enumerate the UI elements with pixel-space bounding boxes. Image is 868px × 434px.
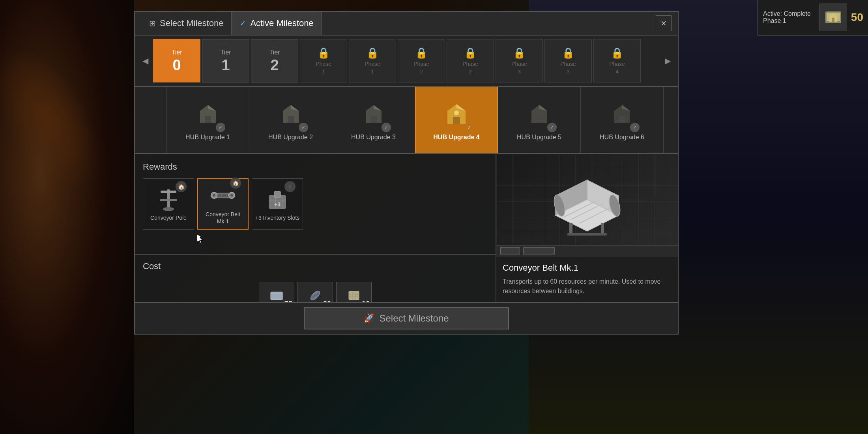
preview-btn-1[interactable] — [500, 247, 520, 254]
active-milestone-label: Active Milestone — [250, 18, 313, 28]
preview-title: Conveyor Belt Mk.1 — [503, 263, 672, 273]
svg-rect-9 — [288, 116, 294, 123]
milestone-spacer — [135, 87, 166, 153]
hub1-name: HUB Upgrade 1 — [185, 134, 230, 141]
hub1-icon: ✓ — [192, 99, 224, 131]
cost-iron-rod: 20 — [297, 282, 333, 302]
milestone-card-hub3[interactable]: ✓ HUB Upgrade 3 — [332, 87, 415, 153]
select-milestone-button[interactable]: 🚀 Select Milestone — [304, 307, 509, 329]
hub2-name: HUB Upgrade 2 — [268, 134, 313, 141]
tier-tab-2[interactable]: Tier 2 — [251, 39, 298, 82]
iron-rod-count: 20 — [323, 300, 331, 302]
svg-rect-24 — [161, 191, 176, 193]
svg-rect-15 — [453, 117, 460, 124]
cost-iron-plate: 75 — [259, 282, 294, 302]
tier-2-num: 2 — [270, 58, 279, 73]
hub6-check: ✓ — [630, 123, 640, 132]
lock-icon-8: 🔒 — [562, 47, 574, 59]
tier-tab-phase5-2[interactable]: 🔒 Phase 2 — [398, 39, 445, 82]
cost-title: Cost — [143, 261, 488, 271]
active-milestone-indicator: Active: Complete Phase 1 50 — [758, 0, 868, 36]
iron-plate-count: 75 — [284, 300, 292, 302]
hub4-check: ✓ — [464, 123, 474, 132]
milestone-dialog: ⊞ Select Milestone ✓ Active Milestone × … — [134, 11, 679, 335]
lock-icon-9: 🔒 — [611, 47, 623, 59]
rewards-title: Rewards — [143, 162, 488, 172]
reward-conveyor-belt[interactable]: 🏠 Conveyor Belt Mk.1 — [197, 178, 249, 230]
inventory-name: +3 Inventory Slots — [254, 214, 301, 221]
hub4-icon: ✓ — [441, 99, 472, 131]
svg-point-16 — [454, 110, 459, 115]
tier-1-label: Tier — [221, 49, 231, 56]
hub2-icon: ✓ — [275, 99, 307, 131]
ami-count: 50 — [851, 11, 863, 24]
tier-tab-phase7-3[interactable]: 🔒 Phase 3 — [496, 39, 543, 82]
hub5-name: HUB Upgrade 5 — [517, 134, 561, 141]
conveyor-belt-building-icon: 🏠 — [230, 178, 241, 189]
bg-left-panel — [0, 0, 134, 434]
inventory-icon-container: +3 ↑ — [265, 187, 290, 212]
tier-tab-phase3-1[interactable]: 🔒 Phase 1 — [300, 39, 347, 82]
hub3-name: HUB Upgrade 3 — [351, 134, 396, 141]
svg-rect-6 — [205, 116, 211, 123]
lock-icon-4: 🔒 — [366, 47, 379, 59]
milestone-card-hub6[interactable]: ✓ HUB Upgrade 6 — [581, 87, 664, 153]
reward-conveyor-pole[interactable]: 🏠 Conveyor Pole — [143, 178, 194, 230]
milestone-card-hub1[interactable]: ✓ HUB Upgrade 1 — [166, 87, 249, 153]
scroll-left-arrow[interactable]: ◀ — [139, 54, 152, 67]
active-milestone-tab[interactable]: ✓ Active Milestone — [232, 12, 322, 35]
tier-1-num: 1 — [221, 58, 230, 73]
milestone-card-hub4[interactable]: ✓ HUB Upgrade 4 — [415, 87, 498, 153]
hub5-icon: ✓ — [524, 99, 555, 131]
rocket-icon: 🚀 — [364, 313, 374, 324]
phase4-1-label: Phase — [365, 61, 380, 67]
tier-tab-phase6-2[interactable]: 🔒 Phase 2 — [447, 39, 494, 82]
right-panel: Conveyor Belt Mk.1 Transports up to 60 r… — [496, 154, 678, 302]
svg-point-35 — [213, 194, 215, 196]
close-button[interactable]: × — [656, 15, 672, 31]
action-bar: 🚀 Select Milestone — [135, 302, 678, 334]
conveyor-pole-icon-container: 🏠 — [156, 187, 181, 212]
select-milestone-btn-label: Select Milestone — [379, 313, 449, 324]
cost-concrete: 10 — [336, 282, 372, 302]
conveyor-pole-name: Conveyor Pole — [149, 214, 188, 221]
phase9-4-num: 4 — [615, 69, 618, 75]
check-icon: ✓ — [239, 19, 246, 28]
phase8-3-num: 3 — [567, 69, 569, 75]
milestone-cards-row: ✓ HUB Upgrade 1 ✓ HUB Upgrade 2 — [135, 87, 678, 154]
svg-rect-62 — [567, 233, 607, 236]
hub3-icon: ✓ — [358, 99, 389, 131]
phase5-2-label: Phase — [413, 61, 429, 67]
phase7-3-num: 3 — [518, 69, 520, 75]
phase6-2-num: 2 — [469, 69, 471, 75]
hub6-icon: ✓ — [606, 99, 638, 131]
left-panel: Rewards 🏠 Conveyo — [135, 154, 496, 302]
tier-0-label: Tier — [172, 49, 182, 56]
tier-tab-phase8-3[interactable]: 🔒 Phase 3 — [544, 39, 592, 82]
scroll-right-arrow[interactable]: ▶ — [661, 54, 674, 67]
hub6-name: HUB Upgrade 6 — [600, 134, 644, 141]
title-bar: ⊞ Select Milestone ✓ Active Milestone × — [135, 12, 678, 36]
conveyor-pole-building-icon: 🏠 — [176, 181, 187, 192]
hub3-check: ✓ — [382, 123, 391, 132]
ami-icon — [819, 4, 847, 31]
conveyor-belt-icon-container: 🏠 — [210, 183, 236, 208]
ami-label: Active: Complete Phase 1 — [763, 10, 816, 24]
reward-inventory-slots[interactable]: +3 ↑ +3 Inventory Slots — [252, 178, 303, 230]
tier-tab-phase4-1[interactable]: 🔒 Phase 1 — [349, 39, 396, 82]
milestone-card-hub5[interactable]: ✓ HUB Upgrade 5 — [498, 87, 581, 153]
hub1-check: ✓ — [216, 123, 225, 132]
phase3-1-label: Phase — [316, 61, 331, 67]
preview-description: Transports up to 60 resources per minute… — [503, 277, 672, 296]
svg-rect-19 — [536, 116, 542, 123]
tier-tabs-bar: ◀ Tier 0 Tier 1 Tier 2 🔒 Phase 1 🔒 Phase… — [135, 36, 678, 87]
tier-tab-1[interactable]: Tier 1 — [202, 39, 249, 82]
tier-tab-0[interactable]: Tier 0 — [153, 39, 200, 82]
phase8-3-label: Phase — [560, 61, 576, 67]
milestone-card-hub2[interactable]: ✓ HUB Upgrade 2 — [249, 87, 332, 153]
content-area: Rewards 🏠 Conveyo — [135, 154, 678, 302]
tier-tab-phase9-4[interactable]: 🔒 Phase 4 — [593, 39, 641, 82]
select-milestone-tab[interactable]: ⊞ Select Milestone — [141, 12, 232, 35]
preview-btn-2[interactable] — [523, 247, 555, 254]
phase3-1-num: 1 — [322, 69, 325, 75]
